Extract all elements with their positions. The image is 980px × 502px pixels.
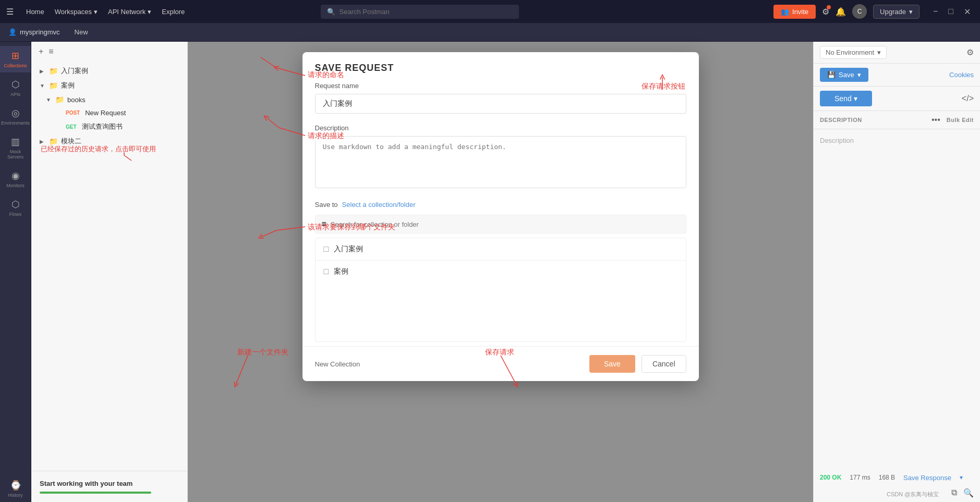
- bulk-edit-button[interactable]: Bulk Edit: [947, 117, 974, 123]
- nav-explore[interactable]: Explore: [158, 6, 189, 18]
- close-button[interactable]: ✕: [961, 6, 974, 18]
- panel-settings-icon[interactable]: ⚙: [966, 47, 974, 57]
- mock-servers-nav[interactable]: ▥ Mock Servers: [0, 132, 31, 164]
- copy-icon[interactable]: ⧉: [951, 488, 957, 498]
- collection-search-input[interactable]: [331, 221, 680, 228]
- request-toolbar: 💾 Save ▾ Cookies: [814, 64, 980, 87]
- sidebar-tree: ▶ 📁 入门案例 ▼ 📁 案例 ▼ 📁 books POST New Reque…: [31, 62, 187, 471]
- top-navigation: Home Workspaces ▾ API Network ▾ Explore: [22, 6, 189, 18]
- tree-item-query-books[interactable]: GET 测试查询图书: [31, 119, 187, 134]
- mock-icon: ▥: [11, 136, 20, 148]
- folder-icon: 📁: [49, 81, 58, 90]
- tree-item-books[interactable]: ▼ 📁 books: [31, 93, 187, 106]
- avatar[interactable]: C: [852, 4, 867, 19]
- method-post-badge: POST: [64, 109, 82, 116]
- tree-item-case[interactable]: ▼ 📁 案例: [31, 78, 187, 93]
- topbar: ☰ Home Workspaces ▾ API Network ▾ Explor…: [0, 0, 980, 23]
- chevron-right-icon: ▶: [40, 68, 46, 74]
- flows-nav[interactable]: ⬡ Flows: [0, 194, 31, 221]
- method-get-badge: GET: [64, 124, 79, 130]
- description-col-label: DESCRIPTION: [820, 117, 862, 123]
- environment-selector: No Environment ▾ ⚙: [814, 42, 980, 64]
- modal-cancel-button[interactable]: Cancel: [642, 355, 686, 373]
- main-content: SAVE REQUEST Request name Description: [188, 42, 813, 502]
- request-name-input[interactable]: [315, 94, 686, 114]
- request-name-label: Request name: [315, 82, 686, 90]
- right-panel-body: Description: [814, 129, 980, 470]
- cookies-link[interactable]: Cookies: [949, 71, 974, 79]
- nav-home[interactable]: Home: [22, 6, 49, 18]
- minimize-button[interactable]: −: [930, 6, 941, 18]
- description-textarea[interactable]: [315, 136, 686, 188]
- progress-bar: [40, 492, 151, 494]
- search-icon: ≡: [322, 219, 326, 229]
- modal-body: Request name Description Save to Select …: [303, 82, 699, 342]
- topbar-right: 👥 Invite ⚙ 🔔 C Upgrade ▾ − □ ✕: [773, 4, 974, 19]
- search-response-icon[interactable]: 🔍: [963, 488, 974, 498]
- chevron-down-icon: ▾: [909, 8, 913, 16]
- filter-icon[interactable]: ≡: [49, 47, 53, 56]
- collections-nav[interactable]: ⊞ Collections: [0, 46, 31, 72]
- description-text: Description: [820, 137, 854, 144]
- tree-item-new-request[interactable]: POST New Request: [31, 106, 187, 119]
- modal-save-button[interactable]: Save: [589, 355, 635, 373]
- tree-item-introcase[interactable]: ▶ 📁 入门案例: [31, 64, 187, 78]
- more-options-icon[interactable]: •••: [931, 115, 940, 125]
- workspace-name: 👤 myspringmvc: [8, 28, 60, 36]
- collection-search-bar: ≡: [315, 215, 686, 234]
- save-to-placeholder: Select a collection/folder: [342, 201, 416, 209]
- save-to-group: Save to Select a collection/folder: [315, 201, 686, 209]
- search-input[interactable]: [340, 8, 513, 16]
- environments-nav[interactable]: ◎ Environments: [0, 103, 31, 130]
- chevron-down-icon[interactable]: ▾: [960, 474, 963, 482]
- description-group: Description: [315, 124, 686, 190]
- history-nav[interactable]: ⌚ History: [0, 475, 31, 502]
- modal-header: SAVE REQUEST: [303, 52, 699, 82]
- response-actions: ⧉ 🔍: [814, 486, 980, 502]
- window-controls: − □ ✕: [930, 6, 974, 18]
- monitors-nav[interactable]: ◉ Monitors: [0, 166, 31, 192]
- collection-item-introcase[interactable]: □ 入门案例: [316, 238, 686, 261]
- nav-api-network[interactable]: API Network ▾: [104, 6, 155, 18]
- save-request-modal: SAVE REQUEST Request name Description: [303, 52, 699, 381]
- new-collection-button[interactable]: New Collection: [315, 360, 360, 368]
- tree-item-module2[interactable]: ▶ 📁 模块二: [31, 134, 187, 149]
- maximize-button[interactable]: □: [945, 6, 957, 18]
- modal-actions: Save Cancel: [589, 355, 686, 373]
- folder-icon: 📁: [49, 67, 58, 75]
- chevron-right-icon: ▶: [40, 139, 46, 144]
- env-dropdown[interactable]: No Environment ▾: [820, 46, 887, 59]
- chevron-icon: ▾: [148, 8, 151, 16]
- invite-icon: 👥: [781, 8, 789, 16]
- apis-nav[interactable]: ⬡ APIs: [0, 75, 31, 101]
- chevron-down-icon: ▼: [40, 83, 46, 89]
- hamburger-icon[interactable]: ☰: [6, 7, 14, 17]
- invite-button[interactable]: 👥 Invite: [773, 5, 816, 19]
- save-response-button[interactable]: Save Response: [903, 474, 951, 482]
- save-icon: 💾: [827, 71, 836, 79]
- folder-icon: 📁: [55, 95, 64, 104]
- description-header: DESCRIPTION ••• Bulk Edit: [814, 111, 980, 129]
- send-button[interactable]: Send ▾: [820, 91, 872, 106]
- collection-item-case[interactable]: □ 案例: [316, 261, 686, 283]
- workspace-icon: 👤: [8, 28, 17, 36]
- settings-icon[interactable]: ⚙: [822, 7, 829, 17]
- new-tab-button[interactable]: New: [75, 28, 88, 36]
- folder-icon: 📁: [49, 137, 58, 145]
- send-toolbar: Send ▾ </>: [814, 87, 980, 111]
- save-to-label: Save to Select a collection/folder: [315, 201, 686, 209]
- sidebar-actions: + ≡: [39, 47, 54, 56]
- view-toggle-icon[interactable]: </>: [962, 94, 974, 103]
- save-button[interactable]: 💾 Save ▾: [820, 68, 868, 82]
- bell-icon[interactable]: 🔔: [836, 7, 846, 17]
- add-icon[interactable]: +: [39, 47, 43, 56]
- collections-icon: ⊞: [11, 50, 19, 62]
- nav-workspaces[interactable]: Workspaces ▾: [51, 6, 102, 18]
- response-size: 168 B: [879, 474, 895, 482]
- apis-icon: ⬡: [11, 79, 20, 90]
- monitors-icon: ◉: [11, 170, 20, 181]
- chevron-down-icon: ▾: [854, 94, 857, 103]
- upgrade-button[interactable]: Upgrade ▾: [873, 5, 919, 19]
- collection-list: □ 入门案例 □ 案例: [315, 238, 686, 342]
- settings-badge: [827, 5, 831, 9]
